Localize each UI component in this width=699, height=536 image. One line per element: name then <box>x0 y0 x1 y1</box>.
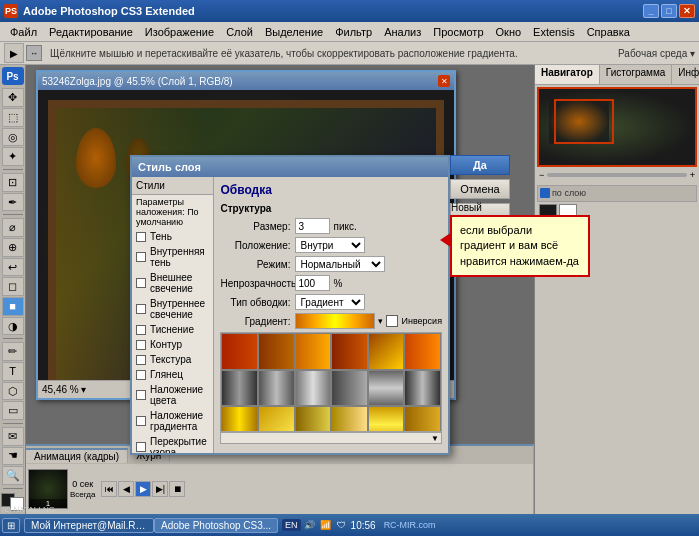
fill-type-select[interactable]: Градиент Цвет Узор <box>295 294 365 310</box>
pattern-overlay-checkbox[interactable] <box>136 442 146 452</box>
tool-notes[interactable]: ✉ <box>2 427 24 446</box>
tool-magic[interactable]: ✦ <box>2 147 24 166</box>
color-overlay-checkbox[interactable] <box>136 390 146 400</box>
tool-text[interactable]: T <box>2 362 24 381</box>
navigator-viewport-box[interactable] <box>554 99 614 144</box>
tool-clone[interactable]: ⊕ <box>2 238 24 257</box>
inner-glow-checkbox[interactable] <box>136 304 146 314</box>
zoom-out-icon[interactable]: − <box>539 170 544 180</box>
texture-checkbox[interactable] <box>136 355 146 365</box>
bevel-checkbox[interactable] <box>136 325 146 335</box>
play-button[interactable]: ▶ <box>135 481 151 497</box>
taskbar-item-photoshop[interactable]: Adobe Photoshop CS3... <box>154 518 278 533</box>
swatch-18[interactable] <box>404 406 441 432</box>
tool-eraser[interactable]: ◻ <box>2 277 24 296</box>
swatch-8[interactable] <box>258 370 295 407</box>
tab-info[interactable]: Инфо <box>672 65 699 84</box>
zoom-in-icon[interactable]: + <box>690 170 695 180</box>
position-select[interactable]: Внутри Снаружи По центру <box>295 237 365 253</box>
swatch-5[interactable] <box>368 333 405 370</box>
swatch-3[interactable] <box>295 333 332 370</box>
style-outer-glow[interactable]: Внешнее свечение <box>132 270 213 296</box>
style-shadow[interactable]: Тень <box>132 229 213 244</box>
contour-checkbox[interactable] <box>136 340 146 350</box>
cancel-button[interactable]: Отмена <box>450 179 510 199</box>
tool-path[interactable]: ⬡ <box>2 382 24 401</box>
tool-eyedrop[interactable]: ✒ <box>2 193 24 212</box>
menu-select[interactable]: Выделение <box>259 25 329 39</box>
tool-brush[interactable]: ⌀ <box>2 218 24 237</box>
tool-dodge[interactable]: ◑ <box>2 317 24 336</box>
tool-gradient[interactable]: ■ <box>2 297 24 316</box>
tool-zoom[interactable]: 🔍 <box>2 466 24 485</box>
style-color-overlay[interactable]: Наложение цвета <box>132 382 213 408</box>
menu-window[interactable]: Окно <box>490 25 528 39</box>
tool-shape[interactable]: ▭ <box>2 401 24 420</box>
swatch-1[interactable] <box>221 333 258 370</box>
play-next-button[interactable]: ▶| <box>152 481 168 497</box>
play-first-button[interactable]: ⏮ <box>101 481 117 497</box>
blend-select[interactable]: Нормальный Умножение <box>295 256 385 272</box>
style-params[interactable]: Параметры наложения: По умолчанию <box>132 195 213 229</box>
minimize-button[interactable]: _ <box>643 4 659 18</box>
swatch-4[interactable] <box>331 333 368 370</box>
menu-layer[interactable]: Слой <box>220 25 259 39</box>
image-close-button[interactable]: ✕ <box>438 75 450 87</box>
menu-help[interactable]: Справка <box>581 25 636 39</box>
frame-thumbnail-1[interactable]: 1 <box>28 469 68 509</box>
style-texture[interactable]: Текстура <box>132 352 213 367</box>
gradient-bar[interactable] <box>295 313 375 329</box>
swatch-10[interactable] <box>331 370 368 407</box>
tool-marquee[interactable]: ⬚ <box>2 108 24 127</box>
opacity-input[interactable] <box>295 275 330 291</box>
menu-analyze[interactable]: Анализ <box>378 25 427 39</box>
scroll-arrow-down[interactable]: ▼ <box>431 434 439 443</box>
menu-edit[interactable]: Редактирование <box>43 25 139 39</box>
inversion-checkbox[interactable] <box>386 315 398 327</box>
swatch-16[interactable] <box>331 406 368 432</box>
tool-crop[interactable]: ⊡ <box>2 173 24 192</box>
zoom-slider[interactable] <box>547 173 686 177</box>
tool-pen[interactable]: ✏ <box>2 342 24 361</box>
menu-file[interactable]: Файл <box>4 25 43 39</box>
taskbar-item-browser[interactable]: Мой Интернет@Mail.Ru: М... <box>24 518 154 533</box>
swatch-14[interactable] <box>258 406 295 432</box>
play-prev-button[interactable]: ◀ <box>118 481 134 497</box>
swatch-11[interactable] <box>368 370 405 407</box>
stop-button[interactable]: ⏹ <box>169 481 185 497</box>
tab-navigator[interactable]: Навигатор <box>535 65 600 84</box>
close-button[interactable]: ✕ <box>679 4 695 18</box>
style-inner-shadow[interactable]: Внутренняя тень <box>132 244 213 270</box>
style-satin[interactable]: Глянец <box>132 367 213 382</box>
menu-image[interactable]: Изображение <box>139 25 220 39</box>
swatch-2[interactable] <box>258 333 295 370</box>
satin-checkbox[interactable] <box>136 370 146 380</box>
swatch-17[interactable] <box>368 406 405 432</box>
tool-move[interactable]: ✥ <box>2 88 24 107</box>
size-input[interactable] <box>295 218 330 234</box>
gradient-overlay-checkbox[interactable] <box>136 416 146 426</box>
swatch-6[interactable] <box>404 333 441 370</box>
style-bevel[interactable]: Тиснение <box>132 322 213 337</box>
tab-histogram[interactable]: Гистограмма <box>600 65 673 84</box>
tool-history[interactable]: ↩ <box>2 258 24 277</box>
swatch-15[interactable] <box>295 406 332 432</box>
start-button[interactable]: ⊞ <box>2 518 20 533</box>
menu-filter[interactable]: Фильтр <box>329 25 378 39</box>
toolbar-arrow[interactable]: ▶ <box>4 43 24 63</box>
style-gradient-overlay[interactable]: Наложение градиента <box>132 408 213 434</box>
swatch-12[interactable] <box>404 370 441 407</box>
style-inner-glow[interactable]: Внутреннее свечение <box>132 296 213 322</box>
style-pattern-overlay[interactable]: Перекрытие узора <box>132 434 213 453</box>
swatch-13[interactable] <box>221 406 258 432</box>
tool-hand[interactable]: ☚ <box>2 447 24 466</box>
shadow-checkbox[interactable] <box>136 232 146 242</box>
gradient-arrow[interactable]: ▾ <box>378 316 383 326</box>
swatches-scrollbar[interactable]: ▼ <box>220 432 442 444</box>
swatch-7[interactable] <box>221 370 258 407</box>
swatch-9[interactable] <box>295 370 332 407</box>
maximize-button[interactable]: □ <box>661 4 677 18</box>
inner-shadow-checkbox[interactable] <box>136 252 146 262</box>
tab-animation[interactable]: Анимация (кадры) <box>26 448 128 463</box>
ok-button[interactable]: Да <box>450 155 510 175</box>
